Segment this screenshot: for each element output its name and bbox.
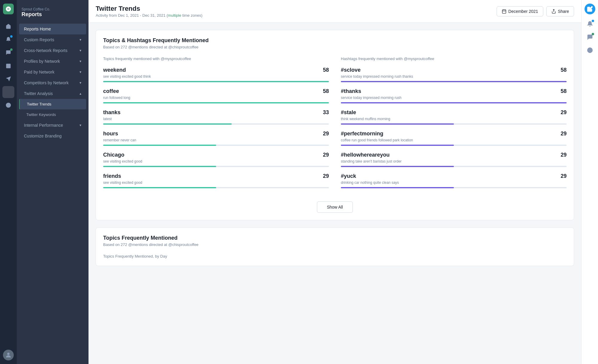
- right-edit-icon[interactable]: [585, 4, 595, 14]
- profiles-by-network-label: Profiles by Network: [24, 59, 60, 64]
- two-col-layout: Topics frequently mentioned with @myspro…: [103, 56, 567, 194]
- hashtag-count: 58: [561, 67, 567, 73]
- topics-column: Topics frequently mentioned with @myspro…: [103, 56, 329, 194]
- topic-name: Chicago: [103, 152, 124, 158]
- topic-bar-fill: [103, 166, 216, 167]
- hashtag-count: 29: [561, 109, 567, 116]
- hashtag-tags: think weekend muffins morning: [341, 117, 567, 121]
- topics-hashtags-card: Topics & Hashtags Frequently Mentioned B…: [96, 30, 574, 220]
- nav-icon-publish[interactable]: [2, 73, 14, 85]
- topic-tags: latest: [103, 117, 329, 121]
- topic-count: 33: [323, 109, 329, 116]
- hashtag-tags: drinking car nothing quite clean says: [341, 181, 567, 185]
- topic-tags: remember never can: [103, 138, 329, 142]
- sidebar-item-cross-network[interactable]: Cross-Network Reports ▾: [19, 45, 86, 56]
- topics-mentioned-card: Topics Frequently Mentioned Based on 272…: [96, 227, 574, 266]
- twitter-keywords-label: Twitter Keywords: [26, 112, 56, 117]
- sidebar-item-twitter-keywords[interactable]: Twitter Keywords: [19, 109, 86, 120]
- date-picker-button[interactable]: December 2021: [497, 6, 543, 16]
- timezone-link[interactable]: multiple: [168, 13, 181, 18]
- page-title: Twitter Trends: [96, 5, 202, 13]
- hashtag-bar-track: [341, 187, 567, 188]
- hashtag-row: #hellowhereareyou 29 standing take aren'…: [341, 152, 567, 167]
- chat-badge: [592, 33, 594, 35]
- hashtag-tags: service today impressed morning rush tha…: [341, 74, 567, 79]
- sidebar-item-customize-branding[interactable]: Customize Branding: [19, 131, 86, 141]
- svg-rect-13: [502, 10, 506, 13]
- hashtags-list: #sclove 58 service today impressed morni…: [341, 67, 567, 188]
- topic-row: thanks 33 latest: [103, 109, 329, 125]
- twitter-analysis-label: Twitter Analysis: [24, 91, 53, 96]
- topic-bar-track: [103, 187, 329, 188]
- sidebar-item-custom-reports[interactable]: Custom Reports ▾: [19, 34, 86, 45]
- sidebar-item-profiles-by-network[interactable]: Profiles by Network ▾: [19, 56, 86, 67]
- svg-point-12: [7, 353, 10, 355]
- sidebar-item-twitter-analysis[interactable]: Twitter Analysis ▴: [19, 88, 86, 99]
- nav-sidebar: Sprout Coffee Co. Reports Reports Home C…: [17, 0, 89, 364]
- show-all-button[interactable]: Show All: [317, 201, 353, 213]
- hashtag-bar-fill: [341, 102, 567, 103]
- topic-bar-fill: [103, 102, 329, 103]
- nav-icon-tasks[interactable]: [2, 60, 14, 72]
- sidebar-item-paid-by-network[interactable]: Paid by Network ▾: [19, 67, 86, 77]
- topic-bar-fill: [103, 145, 216, 146]
- topic-row: weekend 58 see visiting excited good thi…: [103, 67, 329, 82]
- hashtag-tags: standing take aren't baristas just order: [341, 159, 567, 163]
- logo-icon[interactable]: [3, 4, 14, 14]
- topic-bar-fill: [103, 123, 232, 125]
- hashtag-name: #sclove: [341, 67, 361, 73]
- topic-tags: see visiting excited good: [103, 181, 329, 185]
- nav-icon-home[interactable]: [2, 20, 14, 32]
- timezone-suffix: time zones: [182, 13, 201, 18]
- nav-icon-reports[interactable]: [2, 86, 14, 98]
- share-button[interactable]: Share: [546, 6, 574, 16]
- hashtag-name: #perfectmorning: [341, 131, 383, 137]
- header-right: December 2021 Share: [497, 6, 574, 16]
- topic-row: friends 29 see visiting excited good: [103, 173, 329, 188]
- subtitle-text: Activity from Dec 1, 2021 - Dec 31, 2021: [96, 13, 165, 18]
- hashtag-count: 29: [561, 173, 567, 179]
- main-area: Twitter Trends Activity from Dec 1, 2021…: [89, 0, 581, 364]
- sidebar-item-internal-performance[interactable]: Internal Performance ▾: [19, 120, 86, 131]
- chevron-down-icon: ▾: [80, 59, 81, 63]
- sidebar-item-twitter-trends[interactable]: Twitter Trends: [19, 99, 86, 109]
- right-bell-icon[interactable]: [584, 18, 596, 30]
- share-icon: [551, 9, 556, 14]
- topic-bar-track: [103, 123, 329, 125]
- topic-name: thanks: [103, 109, 120, 116]
- page-header: Twitter Trends Activity from Dec 1, 2021…: [89, 0, 581, 23]
- nav-icon-listen[interactable]: [2, 99, 14, 111]
- internal-performance-label: Internal Performance: [24, 123, 63, 128]
- help-icon: [587, 47, 593, 53]
- sidebar-item-reports-home[interactable]: Reports Home: [19, 24, 86, 34]
- nav-icon-notifications[interactable]: [2, 33, 14, 45]
- topic-count: 58: [323, 67, 329, 73]
- card1-title: Topics & Hashtags Frequently Mentioned: [103, 37, 567, 44]
- topic-count: 29: [323, 152, 329, 158]
- topic-name: friends: [103, 173, 121, 179]
- topics-list: weekend 58 see visiting excited good thi…: [103, 67, 329, 188]
- hashtag-row: #sclove 58 service today impressed morni…: [341, 67, 567, 82]
- show-all-wrapper: Show All: [103, 201, 567, 213]
- topic-bar-fill: [103, 81, 329, 82]
- nav-icon-messages[interactable]: [2, 47, 14, 59]
- topic-bar-track: [103, 102, 329, 103]
- chevron-down-icon: ▾: [80, 70, 81, 74]
- svg-rect-0: [6, 64, 11, 68]
- topic-bar-fill: [103, 187, 216, 188]
- hashtag-tags: service today impressed morning rush: [341, 96, 567, 100]
- chevron-down-icon: ▾: [80, 38, 81, 42]
- user-avatar[interactable]: [3, 350, 14, 360]
- date-button-label: December 2021: [508, 9, 538, 14]
- topic-name: weekend: [103, 67, 126, 73]
- product-name: Reports: [22, 11, 84, 18]
- hashtag-bar-track: [341, 81, 567, 82]
- chart-label: Topics Frequently Mentioned, by Day: [103, 254, 567, 259]
- hashtag-row: #perfectmorning 29 coffee run good frien…: [341, 131, 567, 146]
- competitors-by-network-label: Competitors by Network: [24, 80, 68, 85]
- right-chat-icon[interactable]: [584, 31, 596, 43]
- twitter-trends-label: Twitter Trends: [27, 102, 51, 106]
- right-help-icon[interactable]: [584, 44, 596, 56]
- hashtag-row: #stale 29 think weekend muffins morning: [341, 109, 567, 125]
- sidebar-item-competitors-by-network[interactable]: Competitors by Network ▾: [19, 77, 86, 88]
